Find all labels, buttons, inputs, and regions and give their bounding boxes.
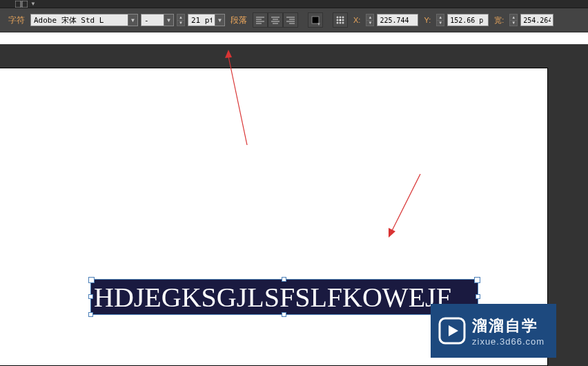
- svg-point-18: [337, 19, 339, 21]
- x-coord-input[interactable]: [377, 14, 418, 26]
- ruler-area: [0, 32, 588, 44]
- svg-point-23: [342, 22, 344, 24]
- y-stepper[interactable]: ▲▼: [436, 14, 444, 26]
- watermark-badge: 溜溜自学 zixue.3d66.com: [431, 304, 556, 358]
- resize-handle[interactable]: [282, 277, 286, 282]
- align-right-button[interactable]: [283, 12, 298, 28]
- top-menu-bar: ▼: [0, 0, 588, 8]
- svg-point-22: [340, 22, 342, 24]
- paragraph-panel-label[interactable]: 段落: [228, 15, 250, 26]
- watermark-url: zixue.3d66.com: [472, 336, 545, 347]
- y-coord-label: Y:: [421, 16, 433, 24]
- layout-mode-icon[interactable]: [14, 0, 29, 8]
- fill-color-button[interactable]: ▼: [308, 12, 323, 28]
- svg-point-19: [340, 19, 342, 21]
- text-options-bar: 字符 ▼ ▼ ▲▼ ▼ 段落 ▼: [0, 8, 588, 32]
- svg-marker-29: [449, 325, 458, 336]
- text-align-group: [253, 12, 298, 28]
- resize-handle[interactable]: [88, 294, 93, 299]
- font-size-dropdown[interactable]: ▼: [188, 14, 225, 26]
- font-family-input[interactable]: [31, 16, 128, 25]
- text-content[interactable]: HDJEGKSGJLSFSLFKOWEJF: [94, 281, 475, 314]
- selected-text-frame[interactable]: HDJEGKSGJLSFSLFKOWEJF: [90, 279, 478, 315]
- font-style-input[interactable]: [141, 16, 164, 25]
- y-coord-input[interactable]: [447, 14, 489, 26]
- resize-handle[interactable]: [282, 312, 286, 317]
- play-icon: [438, 316, 467, 345]
- chevron-down-icon[interactable]: ▼: [128, 15, 137, 26]
- font-family-dropdown[interactable]: ▼: [30, 14, 138, 26]
- svg-point-15: [337, 17, 339, 19]
- character-panel-label[interactable]: 字符: [6, 15, 28, 26]
- font-size-input[interactable]: [188, 16, 215, 25]
- width-label: 宽:: [491, 15, 507, 26]
- svg-marker-25: [225, 50, 232, 58]
- svg-rect-0: [15, 1, 21, 8]
- align-left-button[interactable]: [253, 12, 268, 28]
- resize-handle[interactable]: [88, 312, 93, 317]
- w-stepper[interactable]: ▲▼: [509, 14, 518, 26]
- x-coord-label: X:: [351, 16, 363, 24]
- svg-point-16: [340, 17, 342, 19]
- width-input[interactable]: [520, 14, 553, 26]
- dropdown-indicator[interactable]: ▼: [30, 1, 36, 7]
- svg-point-17: [342, 17, 344, 19]
- font-style-dropdown[interactable]: ▼: [141, 14, 174, 26]
- resize-handle[interactable]: [476, 294, 480, 299]
- svg-rect-1: [22, 1, 28, 8]
- watermark-title: 溜溜自学: [472, 316, 545, 336]
- svg-point-20: [342, 19, 344, 21]
- chevron-down-icon[interactable]: ▼: [215, 15, 224, 26]
- chevron-down-icon[interactable]: ▼: [164, 15, 173, 26]
- reference-point-button[interactable]: [333, 12, 348, 28]
- x-stepper[interactable]: ▲▼: [366, 14, 374, 26]
- svg-point-21: [337, 22, 339, 24]
- font-size-stepper[interactable]: ▲▼: [177, 14, 185, 26]
- align-center-button[interactable]: [268, 12, 283, 28]
